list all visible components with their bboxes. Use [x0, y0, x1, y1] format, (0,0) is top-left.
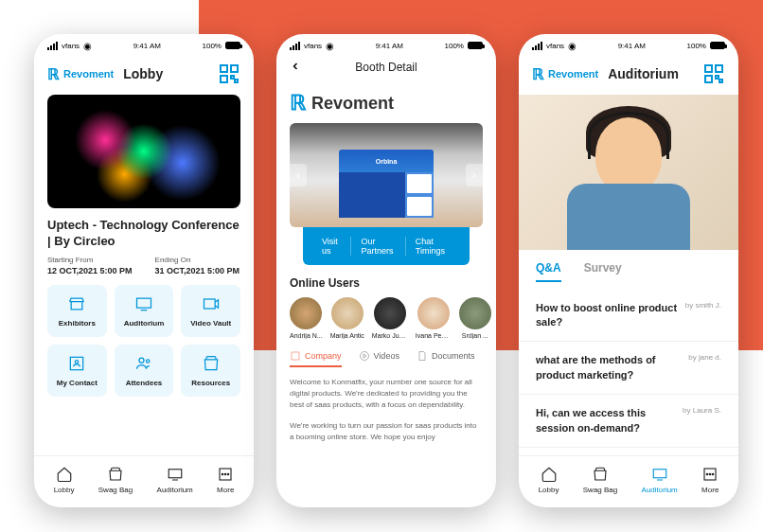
page-title: Lobby [123, 66, 208, 81]
user-item[interactable]: Andrija N... [290, 297, 323, 339]
svg-rect-21 [716, 76, 719, 79]
booth-tabs: Company Videos Documents [276, 339, 496, 367]
online-users-title: Online Users [276, 265, 496, 297]
user-item[interactable]: Srdjan ... [459, 297, 491, 339]
svg-rect-6 [204, 299, 215, 309]
svg-rect-5 [136, 298, 151, 308]
header: Booth Detail [276, 53, 496, 81]
action-visit-us[interactable]: Visit us [312, 237, 351, 256]
nav-swag-bag[interactable]: Swag Bag [583, 466, 617, 494]
back-button[interactable] [290, 59, 301, 76]
qr-scan-button[interactable] [218, 62, 240, 85]
signal-icon [532, 42, 542, 50]
grid-label: Attendees [126, 379, 163, 387]
tab-documents[interactable]: Documents [417, 350, 475, 367]
online-users-list[interactable]: Andrija N... Marija Antic Marko Jus... I… [276, 297, 496, 339]
logo-icon: ℝ [47, 65, 60, 83]
user-item[interactable]: Marko Jus... [372, 297, 408, 339]
nav-lobby[interactable]: Lobby [539, 466, 559, 494]
logo-text: Revoment [63, 68, 114, 80]
tab-survey[interactable]: Survey [584, 261, 622, 282]
event-title: Uptech - Technology Conference | By Circ… [34, 208, 254, 256]
nav-more[interactable]: More [217, 466, 234, 494]
logo-icon: ℝ [290, 91, 306, 115]
start-label: Starting From [47, 256, 133, 264]
booth-kiosk: Orbina [339, 150, 434, 218]
grid-video-vault[interactable]: Video Vault [181, 285, 240, 337]
action-chat-timings[interactable]: Chat Timings [406, 237, 460, 256]
end-label: Ending On [155, 256, 240, 264]
svg-point-13 [222, 473, 223, 475]
grid-attendees[interactable]: Attendees [115, 345, 174, 397]
phone-auditorium: vfans◉ 9:41 AM 100% ℝ Revoment Auditoriu… [519, 34, 738, 507]
qa-list: How to boost online product sale?by smit… [519, 282, 738, 455]
svg-point-17 [360, 352, 368, 361]
grid-exhibitors[interactable]: Exhibitors [47, 285, 107, 337]
status-time: 9:41 AM [618, 42, 646, 50]
action-our-partners[interactable]: Our Partners [351, 237, 405, 256]
app-logo[interactable]: ℝ Revoment [47, 65, 114, 83]
header: ℝ Revoment Lobby [34, 53, 254, 95]
avatar [290, 297, 322, 329]
status-bar: vfans◉ 9:41 AM 100% [276, 34, 496, 53]
svg-rect-3 [231, 76, 234, 79]
tab-qa[interactable]: Q&A [536, 261, 561, 282]
booth-name: Revoment [311, 94, 394, 114]
event-hero-image[interactable] [47, 95, 240, 208]
page-title: Booth Detail [355, 61, 417, 74]
speaker-video[interactable] [519, 95, 738, 250]
grid-label: Video Vault [190, 319, 231, 328]
qa-item[interactable]: Hi, can we access this session on-demand… [519, 395, 738, 448]
svg-rect-18 [705, 65, 712, 72]
svg-rect-16 [292, 352, 299, 360]
battery-icon [225, 42, 240, 49]
user-item[interactable]: Marija Antic [330, 297, 364, 339]
nav-auditorium[interactable]: Auditorium [157, 466, 193, 494]
grid-my-contact[interactable]: My Contact [47, 345, 107, 397]
status-time: 9:41 AM [376, 42, 403, 50]
navigation-grid: Exhibitors Auditorium Video Vault My Con… [34, 285, 254, 397]
status-bar: vfans ◉ 9:41 AM 100% [34, 34, 254, 53]
tab-videos[interactable]: Videos [359, 350, 399, 367]
grid-label: Resources [191, 379, 230, 387]
svg-rect-20 [705, 76, 712, 82]
battery-icon [468, 42, 483, 49]
signal-icon [47, 42, 58, 50]
svg-point-27 [712, 473, 714, 475]
qa-item[interactable]: How to boost online product sale?by smit… [519, 290, 738, 343]
booth-logo: ℝ Revoment [290, 91, 483, 115]
start-value: 12 OCT,2021 5:00 PM [47, 266, 133, 275]
company-description-2: We're working to turn our passion for sa… [276, 420, 496, 452]
grid-label: My Contact [57, 379, 98, 387]
avatar [374, 297, 406, 329]
auditorium-tabs: Q&A Survey [519, 250, 738, 282]
grid-resources[interactable]: Resources [181, 345, 240, 397]
grid-label: Auditorium [124, 319, 165, 328]
action-bar: Visit us Our Partners Chat Timings [303, 227, 470, 265]
avatar [417, 297, 450, 329]
avatar [459, 297, 491, 329]
nav-swag-bag[interactable]: Swag Bag [98, 466, 133, 494]
nav-more[interactable]: More [701, 466, 719, 494]
app-logo[interactable]: ℝ Revoment [532, 65, 598, 83]
svg-point-15 [227, 473, 229, 475]
wifi-icon: ◉ [83, 41, 92, 51]
header: ℝ Revoment Auditorium [519, 53, 738, 95]
avatar [331, 297, 364, 329]
phone-booth-detail: vfans◉ 9:41 AM 100% Booth Detail ℝ Revom… [276, 34, 496, 507]
page-title: Auditorium [608, 66, 693, 81]
qr-scan-button[interactable] [702, 62, 725, 85]
grid-auditorium[interactable]: Auditorium [115, 285, 174, 337]
svg-point-25 [706, 473, 708, 475]
qa-item[interactable]: what are the methods of product marketin… [519, 342, 738, 395]
tab-company[interactable]: Company [290, 350, 342, 367]
svg-rect-0 [221, 65, 227, 72]
nav-lobby[interactable]: Lobby [54, 466, 75, 494]
svg-point-8 [76, 360, 79, 363]
nav-auditorium[interactable]: Auditorium [642, 466, 678, 494]
carousel-next-button[interactable]: › [466, 164, 483, 186]
carousel-prev-button[interactable]: ‹ [290, 164, 307, 186]
user-item[interactable]: Ivana Pesi... [416, 297, 452, 339]
bottom-nav: Lobby Swag Bag Auditorium More [34, 455, 254, 507]
booth-image[interactable]: ‹ › Orbina [290, 123, 483, 227]
